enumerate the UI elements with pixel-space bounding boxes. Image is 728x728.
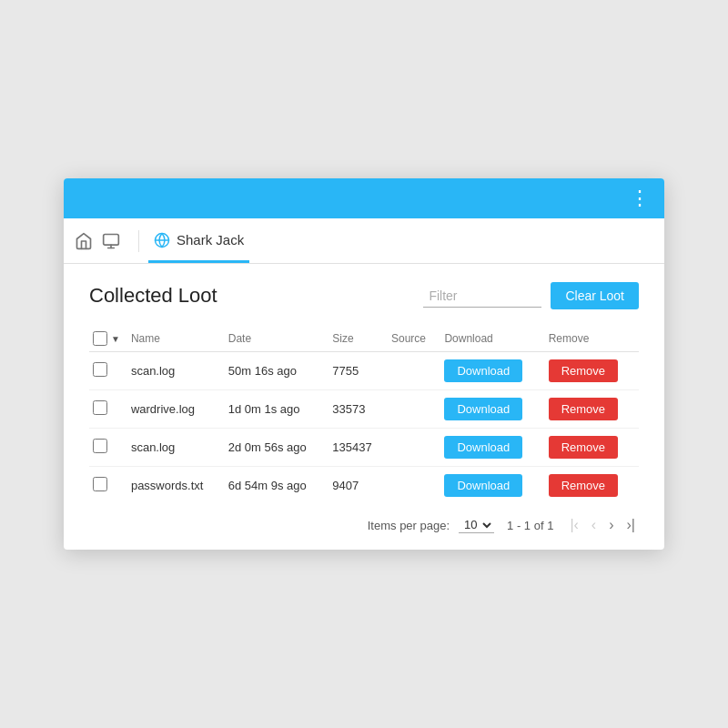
home-tab-icon[interactable] <box>75 232 93 250</box>
row-date-0: 50m 16s ago <box>225 352 329 390</box>
header-actions: Clear Loot <box>423 282 639 309</box>
row-source-3 <box>388 467 440 505</box>
clear-loot-button[interactable]: Clear Loot <box>551 282 639 309</box>
table-row: scan.log 2d 0m 56s ago 135437 Download R… <box>89 429 639 467</box>
download-button-0[interactable]: Download <box>444 359 522 382</box>
row-download-cell-2: Download <box>440 429 544 467</box>
pagination: Items per page: 10 25 50 1 - 1 of 1 |‹ ‹… <box>89 515 639 535</box>
page-title: Collected Loot <box>89 284 217 308</box>
row-checkbox-cell <box>89 352 127 390</box>
row-size-1: 33573 <box>329 390 388 429</box>
row-name-1: wardrive.log <box>127 390 225 429</box>
prev-page-button[interactable]: ‹ <box>588 515 600 535</box>
row-download-cell-1: Download <box>440 390 544 429</box>
items-per-page-label: Items per page: <box>368 519 450 532</box>
row-size-0: 7755 <box>329 352 388 390</box>
row-remove-cell-3: Remove <box>545 467 639 505</box>
row-remove-cell-0: Remove <box>545 352 639 390</box>
remove-button-3[interactable]: Remove <box>549 474 618 497</box>
tab-divider <box>138 230 139 252</box>
tab-shark-jack-label: Shark Jack <box>177 232 244 248</box>
table-row: passwords.txt 6d 54m 9s ago 9407 Downloa… <box>89 467 639 505</box>
history-tab-icon[interactable] <box>102 232 120 250</box>
col-name-header: Name <box>127 326 225 352</box>
remove-button-2[interactable]: Remove <box>549 436 618 459</box>
row-name-3: passwords.txt <box>127 467 225 505</box>
svg-rect-0 <box>104 234 119 245</box>
select-all-checkbox[interactable] <box>93 331 107 346</box>
first-page-button[interactable]: |‹ <box>566 515 581 535</box>
row-checkbox-3[interactable] <box>93 477 107 491</box>
row-source-2 <box>388 429 440 467</box>
per-page-select[interactable]: 10 25 50 <box>459 517 494 533</box>
loot-table: ▼ Name Date Size Source Download Remove <box>89 326 639 504</box>
tab-shark-jack[interactable]: Shark Jack <box>148 218 249 263</box>
row-name-2: scan.log <box>127 429 225 467</box>
row-remove-cell-1: Remove <box>545 390 639 429</box>
row-checkbox-2[interactable] <box>93 439 107 453</box>
row-size-3: 9407 <box>329 467 388 505</box>
row-source-1 <box>388 390 440 429</box>
globe-icon <box>154 230 170 249</box>
next-page-button[interactable]: › <box>605 515 617 535</box>
row-size-2: 135437 <box>329 429 388 467</box>
row-download-cell-0: Download <box>440 352 544 390</box>
content-header: Collected Loot Clear Loot <box>89 282 639 309</box>
titlebar: ⋮ <box>64 178 664 218</box>
row-checkbox-cell <box>89 467 127 505</box>
menu-dots-icon[interactable]: ⋮ <box>630 187 652 210</box>
row-name-0: scan.log <box>127 352 225 390</box>
download-button-2[interactable]: Download <box>444 436 522 459</box>
select-dropdown-arrow[interactable]: ▼ <box>111 334 120 344</box>
table-row: wardrive.log 1d 0m 1s ago 33573 Download… <box>89 390 639 429</box>
filter-input[interactable] <box>423 285 541 308</box>
col-download-header: Download <box>440 326 544 352</box>
download-button-3[interactable]: Download <box>444 474 522 497</box>
row-date-1: 1d 0m 1s ago <box>225 390 329 429</box>
download-button-1[interactable]: Download <box>444 398 522 420</box>
pagination-range: 1 - 1 of 1 <box>507 519 553 532</box>
remove-button-1[interactable]: Remove <box>549 398 618 420</box>
app-window: ⋮ Shark Jack <box>64 178 664 550</box>
table-row: scan.log 50m 16s ago 7755 Download Remov… <box>89 352 639 390</box>
col-source-header: Source <box>388 326 440 352</box>
last-page-button[interactable]: ›| <box>623 515 639 535</box>
row-source-0 <box>388 352 440 390</box>
select-all-header: ▼ <box>89 326 127 352</box>
col-remove-header: Remove <box>545 326 639 352</box>
tabbar: Shark Jack <box>64 218 664 264</box>
row-remove-cell-2: Remove <box>545 429 639 467</box>
row-checkbox-0[interactable] <box>93 362 107 377</box>
row-checkbox-1[interactable] <box>93 400 107 415</box>
col-size-header: Size <box>329 326 388 352</box>
row-checkbox-cell <box>89 429 127 467</box>
loot-table-wrap: ▼ Name Date Size Source Download Remove <box>89 326 639 504</box>
row-date-3: 6d 54m 9s ago <box>225 467 329 505</box>
col-date-header: Date <box>225 326 329 352</box>
row-checkbox-cell <box>89 390 127 429</box>
row-date-2: 2d 0m 56s ago <box>225 429 329 467</box>
row-download-cell-3: Download <box>440 467 544 505</box>
remove-button-0[interactable]: Remove <box>549 359 618 382</box>
main-content: Collected Loot Clear Loot ▼ <box>64 264 664 550</box>
